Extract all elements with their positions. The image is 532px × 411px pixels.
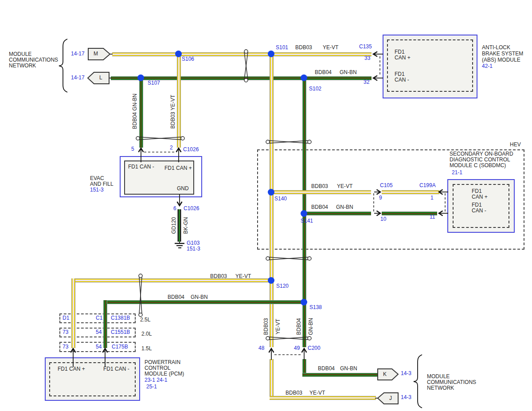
pin-33-label: 33 — [364, 55, 370, 61]
wire-bdb03-evac-drop — [177, 56, 181, 148]
abs-title-line: ANTI-LOCK — [482, 45, 510, 51]
abs-title-line: (ABS) MODULE — [482, 57, 520, 63]
splice-s106-dot — [175, 51, 182, 57]
wire-bdb04-hev-branch — [304, 211, 371, 215]
circuit-label: BDB03 — [311, 184, 328, 189]
page-ref-m[interactable]: 14-17 — [71, 51, 85, 57]
splice-s101-label[interactable]: S101 — [276, 45, 288, 51]
pin-49-label: 49 — [294, 345, 300, 351]
abs-module-inner-box — [387, 39, 473, 92]
pin-11-label: 11 — [430, 214, 435, 220]
evac-page-ref[interactable]: 151-3 — [90, 187, 104, 193]
wire-color-label: YE-VT — [337, 184, 352, 189]
evac-pin-label: FD1 CAN + — [164, 165, 192, 171]
connector-c175b-label[interactable]: C175B — [112, 344, 128, 350]
wire-bdb03-below-c200 — [270, 359, 274, 400]
connector-c199a-label[interactable]: C199A — [419, 183, 436, 188]
sobdmc-title-line: MODULE C (SOBDMC) — [450, 163, 506, 168]
tag-k-label[interactable]: K — [383, 372, 387, 377]
engine-label: 2.0L — [141, 331, 152, 337]
connector-c1551b-label[interactable]: C1551B — [111, 329, 130, 335]
pcm-page-ref[interactable]: 23-1 24-1 — [145, 377, 167, 383]
circuit-label: BDB04 — [168, 294, 184, 300]
wire-bdb03-top — [112, 52, 372, 56]
wire-color-label: GN-BN — [336, 204, 353, 210]
wire-label-bdb03-vertical: BDB03 YE-VT — [170, 78, 177, 145]
splice-s140-dot — [268, 189, 274, 196]
pin-10-label: 10 — [380, 216, 386, 222]
pin-73-label: 73 — [63, 329, 68, 335]
tag-l-shape — [88, 72, 109, 84]
wire-bdb04-pcm-horizontal — [103, 300, 304, 304]
wire-color-label: YE-VT — [309, 390, 325, 396]
network-label-line: NETWORK — [9, 63, 36, 69]
evac-pin-label: GND — [177, 186, 189, 192]
wire-color-label: YE-VT — [323, 45, 338, 51]
pin-32-label: 32 — [364, 79, 369, 85]
abs-pin-label: CAN + — [395, 55, 411, 61]
splice-s138-label[interactable]: S138 — [309, 305, 322, 310]
splice-s120-label[interactable]: S120 — [276, 283, 289, 289]
pin-d1-label: D1 — [63, 315, 69, 321]
wire-bdb04-pcm-drop — [103, 300, 107, 348]
tag-l-label[interactable]: L — [99, 75, 102, 81]
ground-page-ref[interactable]: 151-3 — [187, 246, 200, 252]
tag-m-label[interactable]: M — [94, 51, 98, 57]
splice-s141-label[interactable]: S141 — [301, 218, 313, 224]
circuit-label: BDB04 — [315, 70, 332, 75]
pin-9-label: 9 — [379, 195, 382, 201]
tag-j-shape — [378, 393, 398, 404]
engine-label: 1.5L — [141, 346, 152, 352]
connector-c200-label[interactable]: C200 — [308, 345, 321, 351]
connector-c1026-label[interactable]: C1026 — [183, 147, 199, 153]
pin-2-label: 2 — [170, 145, 173, 151]
connector-c105-label[interactable]: C105 — [380, 183, 393, 188]
wire-bdb03-to-j — [270, 396, 376, 400]
ground-wire-color-label: BK-GN — [183, 212, 189, 239]
abs-page-ref[interactable]: 42-1 — [482, 63, 493, 69]
splice-s102-dot — [301, 74, 307, 81]
page-ref-k[interactable]: 14-3 — [401, 371, 411, 376]
ground-icon — [175, 243, 184, 248]
circuit-label: BDB04 — [318, 366, 335, 372]
wire-bdb04-evac-drop — [139, 80, 143, 148]
wire-bdb03-hev-branch2 — [382, 190, 439, 194]
wire-bdb03-hev-branch — [271, 190, 371, 194]
sobdmc-page-ref[interactable]: 21-1 — [452, 170, 462, 176]
wire-label-bdb04-vertical: BDB04 GN-BN — [132, 78, 139, 145]
splice-s138-dot — [301, 299, 307, 305]
abs-title-line: BRAKE SYSTEM — [482, 51, 523, 57]
circuit-label: BDB03 — [210, 274, 227, 279]
wire-bdb04-to-k — [302, 373, 378, 377]
splice-s102-label[interactable]: S102 — [309, 86, 321, 92]
hev-tag-label: HEV — [510, 142, 521, 148]
wire-bdb03-pcm-drop — [71, 278, 75, 348]
circuit-label: BDB03 — [295, 45, 312, 51]
wiring-diagram: MODULE COMMUNICATIONS NETWORK 14-17 M 14… — [0, 0, 532, 411]
page-ref-j[interactable]: 14-3 — [401, 395, 411, 400]
abs-pin-label: CAN - — [395, 77, 409, 83]
page-ref-l[interactable]: 14-17 — [71, 75, 85, 81]
connector-c135-label[interactable]: C135 — [359, 44, 372, 50]
pcm-page-ref[interactable]: 25-1 — [146, 384, 157, 390]
splice-s106-label[interactable]: S106 — [182, 56, 194, 62]
pcm-title-line: MODULE (PCM) — [145, 371, 184, 377]
connector-c1026-label2[interactable]: C1026 — [184, 206, 199, 211]
pin-1-label: 1 — [430, 195, 434, 201]
tag-k-shape — [378, 369, 398, 380]
tag-j-label[interactable]: J — [389, 395, 392, 401]
circuit-label-vertical: BDB03 — [263, 316, 270, 338]
splice-s140-label[interactable]: S140 — [274, 196, 287, 202]
ground-circuit-label: GD120 — [171, 212, 177, 239]
splice-s141-dot — [301, 210, 307, 217]
pin-54-label: 54 — [96, 329, 102, 335]
pin-73-label: 73 — [63, 344, 68, 350]
pcm-pin-label: FD1 CAN + — [58, 366, 85, 372]
wire-bdb04-hev-branch2 — [382, 211, 437, 215]
circuit-label: BDB04 — [311, 204, 328, 210]
wire-color-label: GN-BN — [340, 70, 357, 75]
connector-c1381b-label[interactable]: C1381B — [111, 315, 130, 321]
splice-s107-label[interactable]: S107 — [148, 80, 160, 86]
wire-color-label: GN-BN — [191, 294, 208, 300]
wire-color-label: YE-VT — [235, 274, 251, 279]
